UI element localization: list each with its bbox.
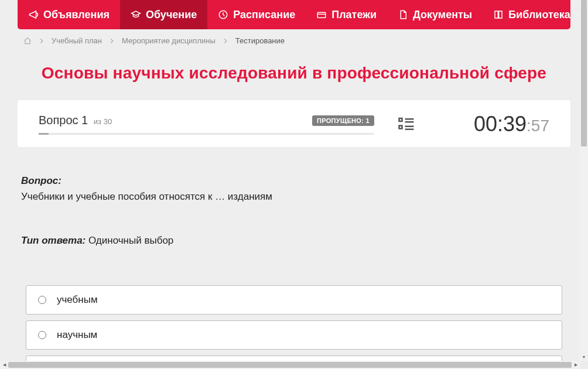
- scroll-right-arrow[interactable]: ▶: [572, 361, 580, 369]
- page-title: Основы научных исследований в профессион…: [18, 64, 570, 83]
- timer: 00:39:57: [474, 112, 549, 136]
- breadcrumb-current: Тестирование: [235, 36, 285, 45]
- home-icon[interactable]: [23, 37, 32, 45]
- answer-text: научным: [57, 329, 97, 341]
- scroll-left-arrow[interactable]: ◀: [0, 361, 8, 369]
- payments-icon: [316, 9, 327, 20]
- schedule-icon: [218, 9, 228, 20]
- horizontal-scrollbar[interactable]: ◀ ▶: [0, 361, 580, 369]
- question-panel: Вопрос 1 из 30 ПРОПУЩЕНО: 1 00:39:57: [18, 100, 570, 147]
- answer-option[interactable]: учебным: [26, 285, 562, 315]
- answer-type: Тип ответа: Одиночный выбор: [21, 235, 567, 247]
- question-content: Вопрос: Учебники и учебные пособия относ…: [18, 147, 570, 369]
- scroll-thumb[interactable]: [8, 362, 572, 368]
- answer-option[interactable]: научным: [26, 320, 562, 350]
- nav-label: Документы: [413, 9, 472, 21]
- documents-icon: [398, 9, 408, 20]
- nav-announcements[interactable]: Объявления: [18, 0, 120, 29]
- nav-schedule[interactable]: Расписание: [207, 0, 306, 29]
- answers-list: учебным научным просветительским: [21, 285, 567, 370]
- nav-payments[interactable]: Платежи: [306, 0, 387, 29]
- chevron-right-icon: [221, 37, 230, 45]
- chevron-right-icon: [108, 37, 116, 45]
- education-icon: [131, 9, 141, 20]
- scroll-thumb[interactable]: [581, 0, 587, 146]
- announce-icon: [28, 9, 39, 20]
- question-counter: Вопрос 1 из 30: [39, 114, 112, 127]
- breadcrumb-link[interactable]: Мероприятие дисциплины: [122, 36, 216, 45]
- library-icon: [493, 9, 504, 20]
- vertical-scrollbar[interactable]: ▲ ▼: [580, 0, 588, 361]
- nav-label: Платежи: [331, 9, 377, 21]
- nav-library[interactable]: Библиотека: [483, 0, 588, 29]
- chevron-right-icon: [37, 37, 46, 45]
- svg-rect-3: [399, 126, 402, 129]
- answer-radio[interactable]: [38, 331, 46, 339]
- svg-rect-2: [399, 118, 402, 121]
- main-nav: Объявления Обучение Расписание Платежи Д…: [18, 0, 570, 29]
- scroll-down-arrow[interactable]: ▼: [580, 353, 588, 361]
- breadcrumb: Учебный план Мероприятие дисциплины Тест…: [18, 29, 570, 52]
- nav-label: Расписание: [233, 9, 295, 21]
- progress-bar: [39, 133, 374, 135]
- question-label: Вопрос:: [21, 175, 567, 187]
- skipped-badge: ПРОПУЩЕНО: 1: [312, 115, 374, 126]
- answer-radio[interactable]: [38, 296, 46, 304]
- nav-label: Объявления: [43, 9, 110, 21]
- svg-rect-1: [317, 12, 326, 18]
- nav-documents[interactable]: Документы: [387, 0, 483, 29]
- nav-label: Библиотека: [508, 9, 570, 21]
- question-text: Учебники и учебные пособия относятся к ……: [21, 189, 567, 204]
- scroll-corner: [580, 361, 588, 369]
- nav-education[interactable]: Обучение: [120, 0, 207, 29]
- nav-label: Обучение: [146, 9, 197, 21]
- question-list-button[interactable]: [398, 115, 415, 133]
- answer-text: учебным: [57, 294, 98, 306]
- breadcrumb-link[interactable]: Учебный план: [52, 36, 102, 45]
